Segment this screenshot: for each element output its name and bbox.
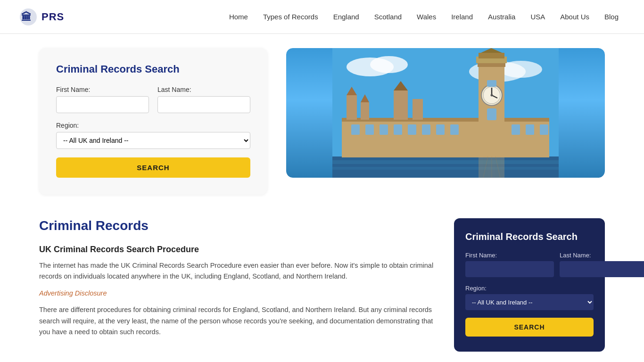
sidebar-search-card: Criminal Records Search First Name: Last… [454, 218, 605, 352]
svg-rect-34 [394, 124, 402, 135]
svg-rect-35 [408, 124, 416, 135]
svg-rect-38 [450, 124, 459, 135]
nav-home[interactable]: Home [223, 10, 255, 24]
svg-rect-36 [422, 124, 430, 135]
svg-rect-41 [540, 124, 548, 135]
logo-text: PRS [41, 11, 64, 23]
last-name-label-top: Last Name: [157, 86, 250, 93]
svg-rect-33 [380, 124, 388, 135]
svg-rect-14 [361, 102, 369, 120]
nav-england[interactable]: England [327, 10, 366, 24]
content-subtitle: UK Criminal Records Search Procedure [39, 245, 435, 255]
region-select-top[interactable]: -- All UK and Ireland -- England Scotlan… [56, 132, 250, 149]
svg-rect-8 [332, 160, 559, 164]
last-name-label-sidebar: Last Name: [560, 252, 644, 259]
svg-text:🏛: 🏛 [21, 11, 32, 23]
advertising-disclosure-link[interactable]: Advertising Disclosure [39, 289, 435, 297]
search-button-top[interactable]: SEARCH [56, 157, 250, 178]
svg-rect-40 [526, 124, 534, 135]
content-paragraph-2: There are different procedures for obtai… [39, 304, 435, 337]
svg-rect-31 [351, 124, 360, 135]
svg-rect-16 [394, 90, 408, 120]
site-logo[interactable]: 🏛 PRS [19, 8, 64, 26]
svg-point-6 [500, 61, 542, 78]
svg-rect-37 [436, 124, 445, 135]
svg-point-4 [370, 56, 408, 73]
top-search-card: Criminal Records Search First Name: Last… [39, 48, 267, 195]
last-name-input-top[interactable] [157, 96, 250, 113]
bigben-illustration [286, 48, 605, 178]
nav-ireland[interactable]: Ireland [445, 10, 479, 24]
nav-australia[interactable]: Australia [481, 10, 522, 24]
svg-rect-30 [487, 80, 496, 87]
content-paragraph-1: The internet has made the UK Criminal Re… [39, 260, 435, 282]
main-nav: Home Types of Records England Scotland W… [223, 10, 625, 24]
svg-rect-32 [365, 124, 374, 135]
content-area: Criminal Records UK Criminal Records Sea… [39, 218, 435, 345]
first-name-label-top: First Name: [56, 86, 149, 93]
svg-rect-39 [512, 124, 520, 135]
first-name-label-sidebar: First Name: [465, 252, 554, 259]
nav-types-of-records[interactable]: Types of Records [256, 10, 325, 24]
last-name-input-sidebar[interactable] [560, 261, 644, 277]
svg-point-28 [491, 94, 493, 97]
nav-blog[interactable]: Blog [598, 10, 625, 24]
svg-rect-11 [342, 118, 549, 122]
content-main-title: Criminal Records [39, 218, 435, 233]
nav-usa[interactable]: USA [524, 10, 552, 24]
svg-rect-12 [347, 95, 357, 120]
region-label-top: Region: [56, 122, 250, 129]
first-name-input-top[interactable] [56, 96, 149, 113]
top-search-card-title: Criminal Records Search [56, 63, 250, 75]
region-label-sidebar: Region: [465, 285, 594, 292]
nav-wales[interactable]: Wales [410, 10, 443, 24]
logo-icon: 🏛 [19, 8, 38, 26]
search-button-sidebar[interactable]: SEARCH [465, 318, 594, 337]
region-select-sidebar[interactable]: -- All UK and Ireland -- England Scotlan… [465, 294, 594, 310]
svg-rect-18 [413, 99, 423, 120]
first-name-input-sidebar[interactable] [465, 261, 554, 277]
svg-rect-22 [479, 53, 504, 58]
sidebar-search-title: Criminal Records Search [465, 231, 594, 242]
svg-rect-9 [332, 167, 559, 170]
hero-image [286, 48, 605, 178]
svg-rect-29 [487, 108, 496, 120]
nav-about-us[interactable]: About Us [553, 10, 596, 24]
nav-scotland[interactable]: Scotland [368, 10, 408, 24]
